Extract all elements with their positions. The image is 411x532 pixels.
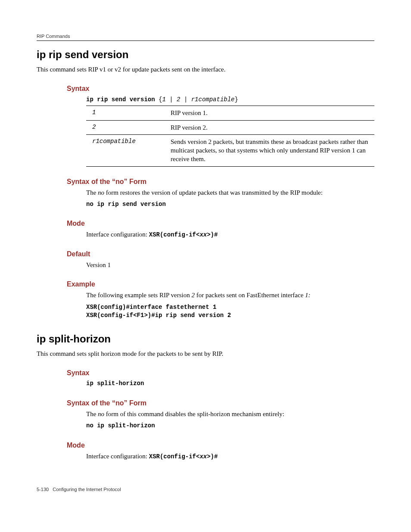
section-intro: This command sets RIP v1 or v2 for updat… [37,65,374,74]
noform-block: Syntax of the “no” Form The no form rest… [67,178,374,209]
mode-block-2: Mode Interface configuration: XSR(config… [67,442,374,461]
running-header: RIP Commands [37,34,374,41]
mode-code: >)# [207,231,218,238]
default-block: Default Version 1 [67,250,374,269]
param-desc: RIP version 1. [169,106,374,120]
noform-code: no ip split-horizon [86,422,374,430]
text: form restores the version of update pack… [104,189,323,196]
heading-mode: Mode [67,220,374,227]
mode-text: Interface configuration: XSR(config-if<x… [86,230,374,239]
example-version: 2 [191,292,195,299]
no-keyword: no [98,411,104,417]
heading-noform: Syntax of the “no” Form [67,178,374,186]
section-title-ip-split-horizon: ip split-horizon [37,333,374,345]
section-title-ip-rip-send-version: ip rip send version [37,49,374,61]
param-desc: Sends version 2 packets, but transmits t… [169,134,374,166]
text: for packets sent on FastEthernet interfa… [195,292,305,299]
mode-code: >)# [207,453,218,460]
page-footer: 5-130 Configuring the Internet Protocol [37,487,374,492]
mode-code-var: xx [199,231,207,238]
example-code: XSR(config)#interface fastethernet 1 XSR… [86,303,374,320]
noform-text: The no form of this command disables the… [86,410,374,418]
table-row: 1 RIP version 1. [86,106,374,120]
param-desc: RIP version 2. [169,120,374,134]
text: The following example sets RIP version [86,292,191,299]
text: form of this command disables the split-… [104,411,284,417]
syntax-code: ip split-horizon [86,380,374,388]
mode-text: Interface configuration: XSR(config-if<x… [86,452,374,461]
param-key: r1compatible [86,134,169,166]
table-row: r1compatible Sends version 2 packets, bu… [86,134,374,166]
syntax-cmd: ip rip send version [86,96,155,103]
noform-text: The no form restores the version of upda… [86,188,374,197]
example-block: Example The following example sets RIP v… [67,280,374,320]
text: Interface configuration: [86,453,149,460]
noform-code: no ip rip send version [86,200,374,209]
text: The [86,189,98,196]
section-intro: This command sets split horizon mode for… [37,349,374,358]
example-interface: 1: [305,292,311,299]
footer-label: Configuring the Internet Protocol [53,487,121,492]
mode-code: XSR(config-if< [149,231,200,238]
noform-block-2: Syntax of the “no” Form The no form of t… [67,399,374,430]
syntax-sep: | [180,96,191,103]
mode-code-var: xx [199,453,207,460]
param-key: 2 [86,120,169,134]
syntax-line: ip rip send version {1 | 2 | r1compatibl… [86,95,374,103]
text: Interface configuration: [86,231,149,238]
syntax-brace-open: { [155,96,162,103]
param-table: 1 RIP version 1. 2 RIP version 2. r1comp… [86,106,374,166]
page-container: RIP Commands ip rip send version This co… [0,0,411,509]
heading-syntax: Syntax [67,85,374,93]
table-row: 2 RIP version 2. [86,120,374,134]
heading-mode: Mode [67,442,374,449]
heading-default: Default [67,250,374,258]
example-text: The following example sets RIP version 2… [86,291,374,299]
syntax-opt-1: 1 [162,96,165,103]
heading-noform: Syntax of the “no” Form [67,399,374,407]
param-key: 1 [86,106,169,120]
heading-syntax: Syntax [67,369,374,377]
heading-example: Example [67,280,374,288]
syntax-sep: | [166,96,177,103]
syntax-brace-close: } [235,96,238,103]
syntax-opt-3: r1compatible [191,96,235,103]
no-keyword: no [98,189,104,196]
mode-code: XSR(config-if< [149,453,200,460]
text: The [86,411,98,417]
mode-block: Mode Interface configuration: XSR(config… [67,220,374,239]
syntax-block-2: Syntax ip split-horizon [67,369,374,388]
page-number: 5-130 [37,487,49,492]
syntax-block: Syntax ip rip send version {1 | 2 | r1co… [67,85,374,166]
default-text: Version 1 [86,261,374,269]
